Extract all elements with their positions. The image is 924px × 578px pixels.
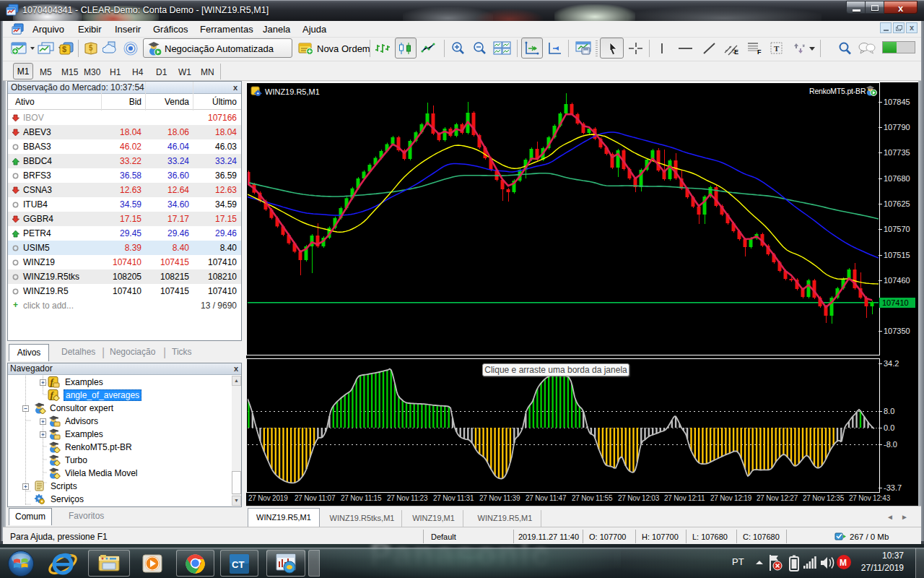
svg-text:M: M [840,558,847,568]
svg-text:CT: CT [232,559,244,570]
